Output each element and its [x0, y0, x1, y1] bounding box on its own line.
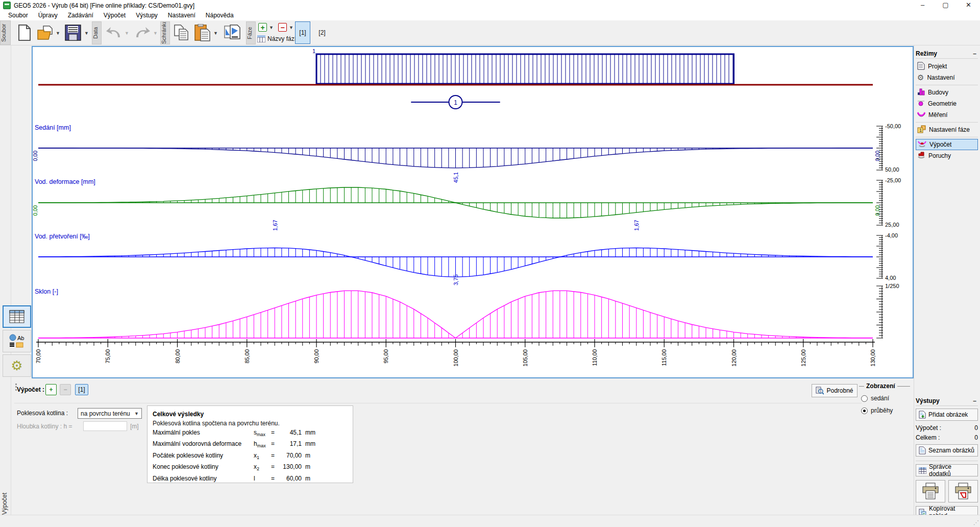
save-floppy-icon [65, 25, 81, 41]
phase-names-button[interactable]: Názvy fází [267, 35, 296, 43]
minimize-button[interactable]: – [911, 0, 934, 11]
copy-button[interactable] [173, 22, 191, 43]
svg-text:4,00: 4,00 [885, 275, 896, 281]
addon-manager-button[interactable]: Správce dodatků [916, 464, 978, 476]
sidebar-item-poruchy[interactable]: Poruchy [916, 150, 978, 161]
outputs-minimize-button[interactable]: – [973, 397, 978, 404]
file-group-tab[interactable]: Soubor [0, 20, 11, 45]
add-picture-button[interactable]: Přidat obrázek [916, 409, 978, 421]
remove-phase-button[interactable]: − [278, 23, 287, 32]
copy-picture-button[interactable] [223, 22, 243, 43]
result-label: Maximální vodorovná deformace [153, 439, 254, 450]
phase-group-strip: Fáze [246, 21, 256, 44]
sidebar-item-label: Nastavení [927, 74, 954, 81]
open-dropdown-caret[interactable]: ▼ [56, 31, 60, 36]
result-value: 60,00 [279, 474, 302, 483]
calculation-icon [918, 140, 926, 149]
result-equals: = [271, 462, 279, 473]
remove-phase-caret[interactable]: ▼ [289, 25, 293, 30]
radio-option-sedání[interactable]: sedání [861, 395, 910, 402]
calculation-tab-1[interactable]: [1] [75, 384, 88, 395]
redo-button[interactable] [133, 23, 152, 42]
redo-dropdown-caret[interactable]: ▼ [153, 31, 158, 36]
svg-text:-50,00: -50,00 [885, 123, 901, 129]
picture-list-button[interactable]: Seznam obrázků [916, 444, 978, 457]
svg-text:45,1: 45,1 [453, 172, 459, 183]
display-options: sedáníprůběhy [859, 395, 910, 414]
depth-label: Hloubka kotliny : h = [17, 423, 72, 430]
paste-button[interactable] [193, 22, 212, 43]
open-file-button[interactable] [36, 22, 55, 43]
copy-picture-icon [224, 25, 241, 41]
detail-magnifier-icon [816, 387, 824, 395]
detail-button[interactable]: Podrobné [812, 384, 857, 397]
settings-button[interactable]: ⚙ [3, 354, 31, 377]
menu-upravy[interactable]: Úpravy [33, 11, 63, 20]
result-value: 17,1 [279, 439, 302, 450]
measurement-icon [917, 111, 925, 119]
display-group: Zobrazení sedáníprůběhy [859, 382, 910, 414]
phase-tab-1[interactable]: [1] [295, 21, 310, 44]
result-unit: mm [302, 439, 315, 450]
close-button[interactable]: ✕ [957, 0, 980, 11]
table-view-button[interactable] [3, 305, 31, 328]
kotlina-dropdown[interactable]: na povrchu terénu ▼ [78, 408, 142, 419]
svg-text:70,00: 70,00 [35, 349, 41, 364]
undo-button[interactable] [104, 23, 124, 42]
sidebar-item-budovy[interactable]: Budovy [916, 87, 978, 98]
remove-calculation-button[interactable]: − [60, 384, 71, 395]
sidebar-item-v-po-et[interactable]: Výpočet [916, 139, 978, 150]
result-label: Délka poklesové kotliny [153, 474, 254, 483]
new-file-button[interactable] [15, 22, 34, 43]
modes-panel-title: Režimy [916, 50, 937, 57]
addon-manager-label: Správce dodatků [929, 463, 975, 477]
result-symbol: hmax [254, 439, 271, 450]
printer-document-icon [954, 483, 972, 500]
building-load: 1 [312, 48, 734, 84]
menu-napoveda[interactable]: Nápověda [201, 11, 239, 20]
resize-grip[interactable]: ⋰ [973, 519, 979, 526]
legend-button[interactable]: Ab [3, 330, 31, 352]
maximize-button[interactable]: ▢ [934, 0, 957, 11]
radio-option-průběhy[interactable]: průběhy [861, 407, 910, 414]
application-window: GEO5 2026 - Výrub (64 bit) [Fine online … [0, 0, 980, 527]
copy-icon [174, 25, 189, 41]
add-phase-button[interactable]: + [258, 23, 267, 32]
depth-input[interactable] [83, 421, 127, 431]
menu-vypocet[interactable]: Výpočet [99, 11, 131, 20]
menu-zadavani[interactable]: Zadávání [63, 11, 99, 20]
sidebar-item-nastaven-f-ze[interactable]: 21Nastavení fáze [916, 124, 978, 135]
radio-icon[interactable] [861, 408, 868, 414]
save-dropdown-caret[interactable]: ▼ [84, 31, 89, 36]
phase-tab-2[interactable]: [2] [314, 21, 330, 44]
gear-icon: ⚙ [917, 74, 924, 82]
sidebar-item-geometrie[interactable]: Geometrie [916, 98, 978, 109]
undo-icon [106, 26, 122, 39]
left-frame-strip [0, 45, 11, 515]
save-button[interactable] [63, 22, 83, 43]
add-phase-caret[interactable]: ▼ [269, 25, 274, 30]
print-preview-button[interactable] [948, 480, 978, 502]
sidebar-item-nastaven-[interactable]: ⚙Nastavení [916, 72, 978, 83]
paste-dropdown-caret[interactable]: ▼ [213, 31, 218, 36]
menu-soubor[interactable]: Soubor [3, 11, 33, 20]
drawing-canvas[interactable]: 11Sedání [mm]0,000,0045,1-50,0050,00Vod.… [32, 46, 914, 378]
print-button[interactable] [916, 480, 945, 502]
modes-minimize-button[interactable]: – [973, 50, 978, 57]
menu-vystupy[interactable]: Výstupy [131, 11, 163, 20]
svg-text:120,00: 120,00 [731, 349, 737, 367]
result-unit: m [302, 451, 310, 462]
result-equals: = [271, 451, 279, 462]
sidebar-item-m-en-[interactable]: Měření [916, 109, 978, 121]
svg-text:130,00: 130,00 [870, 349, 876, 367]
radio-icon[interactable] [861, 395, 868, 402]
menu-nastaveni[interactable]: Nastavení [163, 11, 201, 20]
result-symbol: x1 [254, 451, 271, 462]
result-unit: mm [302, 428, 315, 439]
counter-vypocet-label: Výpočet : [916, 424, 941, 432]
depth-unit: [m] [130, 423, 139, 430]
outputs-panel: Výstupy – Přidat obrázek Výpočet : 0 Cel… [916, 397, 978, 518]
undo-dropdown-caret[interactable]: ▼ [125, 31, 129, 36]
sidebar-item-projekt[interactable]: Projekt [916, 61, 978, 72]
add-calculation-button[interactable]: + [45, 384, 57, 395]
